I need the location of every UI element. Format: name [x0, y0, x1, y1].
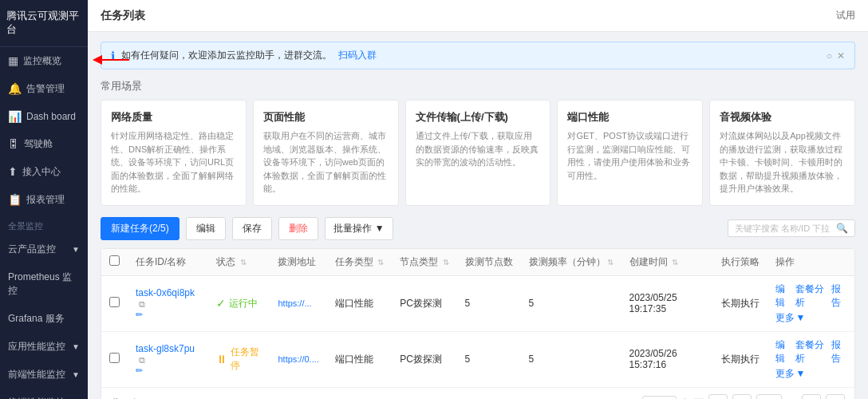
edit-button[interactable]: 编辑: [186, 217, 226, 240]
circle-icon: ○: [827, 50, 832, 61]
page-title: 任务列表: [101, 9, 145, 23]
prev-page-button2[interactable]: «: [732, 394, 752, 400]
th-frequency: 拨测频率（分钟）⇅: [521, 249, 621, 276]
app-perf-label: 应用性能监控: [8, 340, 65, 354]
sidebar-item-gaojing[interactable]: 🔔 告警管理: [0, 75, 88, 103]
content-area: ℹ 如有任何疑问，欢迎添加云监控助手，进群交流。 扫码入群 ○ ✕ 常用场景 网…: [88, 32, 868, 399]
package-analysis-action[interactable]: 套餐分析: [795, 338, 827, 365]
td-checkbox: [101, 331, 128, 387]
sidebar-item-label: 监控概览: [23, 54, 61, 68]
td-strategy: 长期执行: [713, 275, 767, 331]
save-button[interactable]: 保存: [232, 217, 272, 240]
scenario-desc-file: 通过文件上传/下载，获取应用的数据资源的传输速率，反映真实的带宽的波动的活动性。: [416, 129, 541, 169]
td-node-count: 5: [457, 331, 521, 387]
td-actions: 编辑 套餐分析 报告 更多 ▼: [767, 275, 854, 331]
sidebar-item-prometheus[interactable]: Prometheus 监控: [0, 263, 88, 305]
topbar-right: 试用: [836, 9, 855, 22]
sidebar-item-dashboard[interactable]: 📊 Dash board: [0, 103, 88, 130]
td-type: 端口性能: [327, 275, 392, 331]
chevron-down-icon: ▼: [796, 368, 806, 379]
package-analysis-action[interactable]: 套餐分析: [795, 282, 827, 310]
search-icon: 🔍: [836, 223, 848, 234]
task-name-edit[interactable]: ✏: [136, 310, 143, 319]
pagination: 共 2 条 10 20 50 条/页 ‹ « / 1 » ›: [101, 387, 854, 400]
td-checkbox: [101, 275, 128, 331]
create-task-button[interactable]: 新建任务(2/5): [101, 217, 180, 240]
sort-icon: ⇅: [443, 258, 449, 267]
scenario-card-file[interactable]: 文件传输(上传/下载) 通过文件上传/下载，获取应用的数据资源的传输速率，反映真…: [405, 100, 551, 206]
scenario-title-file: 文件传输(上传/下载): [416, 110, 541, 124]
sidebar-item-grafana[interactable]: Grafana 服务: [0, 305, 88, 333]
copy-icon[interactable]: ⧉: [139, 355, 145, 365]
sidebar-item-terminal[interactable]: 终端性能监控 ▼: [0, 389, 88, 399]
th-node-type: 节点类型 ⇅: [392, 249, 456, 276]
scenario-desc-network: 针对应用网络稳定性、路由稳定性、DNS解析正确性、操作系统、设备等环境下，访问U…: [111, 129, 236, 196]
scenario-title-port: 端口性能: [567, 110, 692, 124]
next-page-button[interactable]: »: [802, 394, 821, 400]
report-action[interactable]: 报告: [831, 282, 846, 310]
td-url: https://...: [270, 275, 326, 331]
report-action[interactable]: 报告: [831, 338, 846, 365]
grafana-label: Grafana 服务: [8, 312, 65, 326]
copy-icon[interactable]: ⧉: [139, 299, 145, 309]
section-label-quanjing: 全景监控: [0, 214, 88, 235]
sort-icon: ⇅: [377, 258, 384, 267]
page-number-input[interactable]: [756, 394, 782, 400]
th-name: 任务ID/名称: [128, 249, 208, 276]
th-type: 任务类型 ⇅: [327, 249, 392, 276]
sidebar-item-jieru[interactable]: ⬆ 接入中心: [0, 158, 88, 186]
scenario-title-media: 音视频体验: [720, 110, 845, 124]
chevron-down-icon: ▼: [375, 223, 385, 234]
task-name-edit[interactable]: ✏: [136, 365, 143, 375]
td-frequency: 5: [521, 275, 621, 331]
scenario-card-page[interactable]: 页面性能 获取用户在不同的运营商、城市地域、浏览器版本、操作系统、设备等环境下，…: [253, 100, 399, 206]
td-status: ✓运行中: [208, 275, 270, 331]
sidebar-item-app-perf[interactable]: 应用性能监控 ▼: [0, 333, 88, 361]
info-banner: ℹ 如有任何疑问，欢迎添加云监控助手，进群交流。 扫码入群 ○ ✕: [101, 41, 855, 69]
main-content: 任务列表 试用 ℹ 如有任何疑问，欢迎添加云监控助手，进群交流。 扫码入群 ○ …: [88, 0, 868, 399]
scenario-card-network[interactable]: 网络质量 针对应用网络稳定性、路由稳定性、DNS解析正确性、操作系统、设备等环境…: [101, 100, 247, 206]
th-status: 状态 ⇅: [208, 249, 270, 276]
chevron-down-icon: ▼: [72, 342, 80, 351]
terminal-label: 终端性能监控: [8, 396, 65, 399]
row-checkbox[interactable]: [109, 297, 120, 307]
page-size-select[interactable]: 10 20 50: [642, 396, 677, 400]
search-input[interactable]: [735, 223, 833, 233]
td-actions: 编辑 套餐分析 报告 更多 ▼: [767, 331, 854, 387]
status-paused: ⏸任务暂停: [216, 346, 262, 373]
edit-action[interactable]: 编辑: [775, 282, 791, 310]
grid-icon: ▦: [8, 54, 18, 67]
sidebar-item-jiashi[interactable]: 🎛 驾驶舱: [0, 130, 88, 158]
banner-link[interactable]: 扫码入群: [338, 49, 377, 62]
td-frequency: 5: [521, 331, 621, 387]
sidebar-item-jiankong[interactable]: ▦ 监控概览: [0, 47, 88, 75]
td-created: 2023/05/26 15:37:16: [621, 331, 713, 387]
edit-action[interactable]: 编辑: [775, 338, 791, 365]
select-all-checkbox[interactable]: [109, 255, 120, 266]
prev-page-button[interactable]: ‹: [708, 394, 728, 400]
sidebar-item-baobiao[interactable]: 📋 报表管理: [0, 186, 88, 214]
sidebar-item-label: 告警管理: [26, 82, 65, 96]
td-status: ⏸任务暂停: [208, 331, 270, 387]
app-logo: 腾讯云可观测平台: [0, 0, 88, 47]
scenario-card-media[interactable]: 音视频体验 对流媒体网站以及App视频文件的播放进行监测，获取播放过程中卡顿、卡…: [709, 100, 855, 206]
pagination-controls: 10 20 50 条/页 ‹ « / 1 » ›: [642, 394, 845, 400]
next-page-button2[interactable]: ›: [826, 394, 845, 400]
delete-button[interactable]: 删除: [278, 217, 318, 240]
sidebar-item-cloud[interactable]: 云产品监控 ▼: [0, 235, 88, 263]
batch-dropdown-button[interactable]: 批量操作 ▼: [325, 217, 393, 240]
row-checkbox[interactable]: [109, 353, 120, 363]
more-action[interactable]: 更多 ▼: [775, 311, 806, 325]
toolbar: 新建任务(2/5) 编辑 保存 删除 批量操作 ▼ 🔍: [101, 217, 855, 240]
more-action[interactable]: 更多 ▼: [775, 367, 806, 381]
task-id-link[interactable]: task-gl8sk7pu: [136, 343, 195, 354]
task-id-link[interactable]: task-0x6qi8pk: [136, 287, 195, 298]
table-row: task-0x6qi8pk ⧉ ✏ ✓运行中 https://... 端口性能 …: [101, 275, 854, 331]
toolbar-right: 🔍: [728, 219, 855, 237]
scenario-card-port[interactable]: 端口性能 对GET、POST协议或端口进行行监测，监测端口响应性能、可用性，请使…: [557, 100, 703, 206]
scenarios-section-title: 常用场景: [101, 79, 855, 93]
close-icon[interactable]: ✕: [837, 50, 845, 61]
th-url: 拨测地址: [270, 249, 326, 276]
status-dot-green: ✓: [216, 297, 226, 310]
sidebar-item-frontend[interactable]: 前端性能监控 ▼: [0, 361, 88, 389]
